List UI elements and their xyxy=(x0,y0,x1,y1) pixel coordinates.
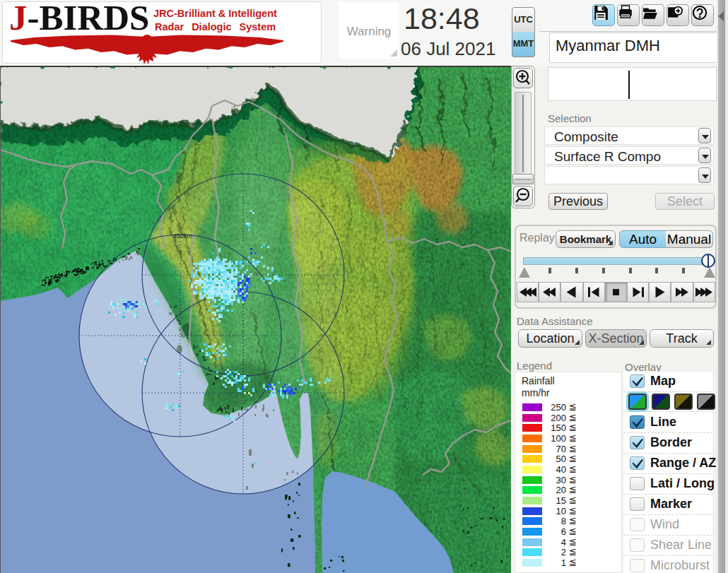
svg-text:450km: 450km xyxy=(173,232,192,240)
